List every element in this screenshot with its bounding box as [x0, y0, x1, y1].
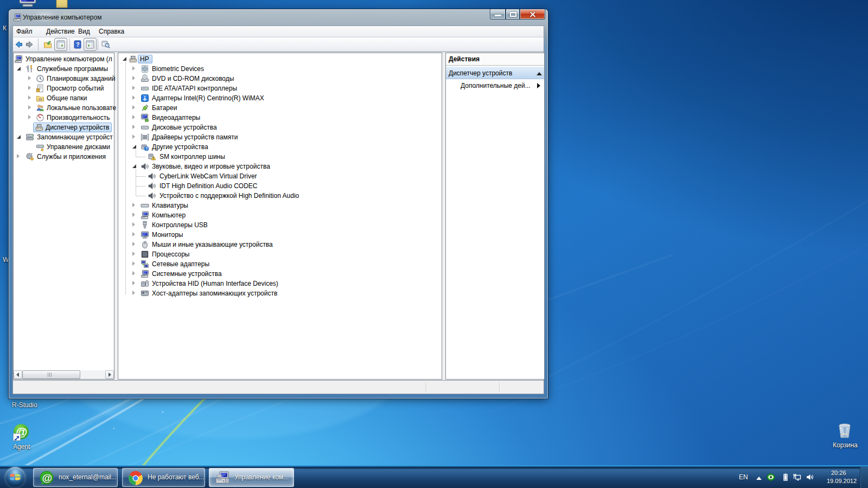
- svg-text:@: @: [42, 472, 53, 484]
- svg-text:?: ?: [76, 41, 79, 48]
- svg-text:22: 22: [39, 98, 42, 101]
- svg-text:?: ?: [146, 146, 148, 150]
